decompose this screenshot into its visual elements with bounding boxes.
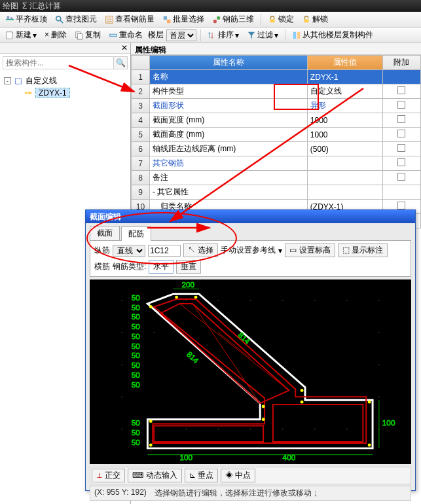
checkbox[interactable]	[397, 86, 405, 94]
sort-button[interactable]: 排序▾	[205, 28, 242, 42]
property-row[interactable]: 3截面形状异形	[132, 99, 421, 113]
prop-extra-cell[interactable]	[382, 142, 420, 156]
property-row[interactable]: 2构件类型自定义线	[132, 84, 421, 99]
prop-value-cell[interactable]: 自定义线	[307, 84, 382, 99]
midpoint-button[interactable]: ◈ 中点	[221, 469, 255, 482]
svg-point-56	[149, 305, 153, 308]
rename-button[interactable]: 重命名	[106, 28, 145, 42]
separator	[285, 29, 285, 41]
checkbox[interactable]	[397, 173, 405, 181]
section-editor-title: 截面编辑	[86, 210, 415, 223]
row-number: 9	[132, 185, 150, 200]
prop-value-cell[interactable]	[307, 185, 382, 200]
set-elevation-button[interactable]: ▭ 设置标高	[285, 243, 335, 257]
svg-text:50: 50	[132, 380, 141, 389]
svg-point-55	[194, 296, 198, 299]
unlock-button[interactable]: 解锁	[299, 12, 331, 26]
svg-point-45	[282, 428, 284, 429]
rebar-spec-input[interactable]	[148, 245, 181, 257]
copy-from-other-floor-button[interactable]: 从其他楼层复制构件	[289, 28, 376, 42]
prop-extra-cell[interactable]	[382, 113, 420, 128]
property-row[interactable]: 4截面宽度 (mm)1000	[132, 113, 421, 128]
lock-button[interactable]: 锁定	[265, 12, 297, 26]
prop-extra-cell[interactable]	[382, 84, 420, 99]
separator	[261, 14, 261, 26]
svg-point-37	[378, 364, 380, 365]
svg-point-60	[149, 420, 153, 423]
dynamic-input-button[interactable]: ⌨ 动态输入	[128, 469, 181, 482]
search-input[interactable]	[3, 56, 113, 69]
property-row[interactable]: 1名称ZDYX-1	[132, 70, 421, 84]
longi-type-select[interactable]: 直线	[113, 245, 145, 257]
section-canvas[interactable]: 200 100400 100 505050 505050 505050 5050…	[90, 279, 411, 464]
checkbox[interactable]	[397, 158, 405, 166]
search-button[interactable]: 🔍	[113, 56, 128, 69]
ortho-button[interactable]: ⊥ 正交	[92, 469, 125, 482]
align-slab-top-button[interactable]: 平齐板顶	[3, 12, 50, 26]
checkbox[interactable]	[397, 101, 405, 109]
svg-rect-19	[293, 31, 296, 39]
new-button[interactable]: 新建▾	[3, 28, 39, 42]
checkbox[interactable]	[397, 202, 405, 209]
property-row[interactable]: 8备注	[132, 171, 421, 185]
section-editor-window: 截面编辑 截面 配筋 纵筋 直线 ↖ 选择 手动设置参考线▾ ▭ 设置标高 ⬚ …	[85, 209, 416, 491]
prop-extra-cell[interactable]	[382, 128, 420, 142]
property-row[interactable]: 5截面高度 (mm)1000	[132, 128, 421, 142]
prop-value-cell[interactable]	[307, 171, 382, 185]
svg-text:814: 814	[185, 350, 201, 365]
view-rebar-qty-button[interactable]: 查看钢筋量	[102, 12, 157, 26]
prop-extra-cell[interactable]	[382, 171, 420, 185]
vertical-button[interactable]: 垂直	[176, 260, 201, 274]
svg-point-38	[121, 396, 122, 397]
prop-value-cell[interactable]: ZDYX-1	[307, 70, 382, 84]
toolbar-secondary: 平齐板顶 查找图元 查看钢筋量 批量选择 钢筋三维 锁定 解锁	[0, 12, 421, 27]
checkbox[interactable]	[397, 144, 405, 152]
svg-point-61	[149, 443, 153, 446]
rebar-3d-button[interactable]: 钢筋三维	[210, 12, 257, 26]
svg-text:50: 50	[132, 312, 141, 321]
prop-value-cell[interactable]: (500)	[307, 142, 382, 156]
menu-summary[interactable]: Σ 汇总计算	[22, 1, 61, 12]
chevron-down-icon[interactable]: ▾	[278, 246, 282, 255]
menu-drawing[interactable]: 绘图	[3, 1, 18, 12]
ortho-icon: ⊥	[96, 471, 103, 480]
perpendicular-button[interactable]: ⊾ 垂点	[185, 469, 218, 482]
property-row[interactable]: 6轴线距左边线距离 (mm)(500)	[132, 142, 421, 156]
select-button[interactable]: ↖ 选择	[183, 243, 218, 257]
property-row[interactable]: 9- 其它属性	[132, 185, 421, 200]
tag-icon: ▭	[289, 245, 297, 255]
horizontal-button[interactable]: 水平	[149, 260, 174, 274]
node-icon	[24, 88, 33, 98]
show-annotation-button[interactable]: ⬚ 显示标注	[338, 243, 388, 257]
property-row[interactable]: 7其它钢筋	[132, 156, 421, 171]
close-icon[interactable]: ✕	[121, 43, 128, 53]
delete-button[interactable]: × 删除	[42, 28, 69, 42]
prop-value-cell[interactable]	[307, 156, 382, 171]
prop-extra-cell[interactable]	[382, 99, 420, 113]
svg-rect-14	[304, 19, 309, 22]
prop-value-cell[interactable]: 异形	[307, 99, 382, 113]
tab-section[interactable]: 截面	[90, 226, 120, 240]
prop-extra-cell[interactable]	[382, 70, 420, 84]
tab-rebar[interactable]: 配筋	[121, 226, 151, 241]
prop-name-cell: 构件类型	[150, 84, 308, 99]
floor-select[interactable]: 首层	[166, 29, 196, 41]
tree-root[interactable]: - 自定义线	[4, 75, 126, 87]
filter-button[interactable]: 过滤▾	[244, 28, 281, 42]
checkbox[interactable]	[397, 130, 405, 137]
copy-button[interactable]: 复制	[72, 28, 103, 42]
find-element-button[interactable]: 查找图元	[52, 12, 100, 26]
prop-extra-cell[interactable]	[382, 185, 420, 200]
row-number: 3	[132, 99, 150, 113]
prop-name-cell: 名称	[150, 70, 308, 84]
checkbox[interactable]	[397, 115, 405, 123]
header-extra: 附加	[382, 56, 420, 70]
prop-value-cell[interactable]: 1000	[307, 128, 382, 142]
svg-line-4	[60, 20, 63, 22]
collapse-icon[interactable]: -	[4, 77, 11, 84]
square-icon	[14, 77, 23, 86]
prop-extra-cell[interactable]	[382, 156, 420, 171]
prop-value-cell[interactable]: 1000	[307, 113, 382, 128]
tree-child[interactable]: ZDYX-1	[4, 87, 126, 99]
batch-select-button[interactable]: 批量选择	[160, 12, 207, 26]
